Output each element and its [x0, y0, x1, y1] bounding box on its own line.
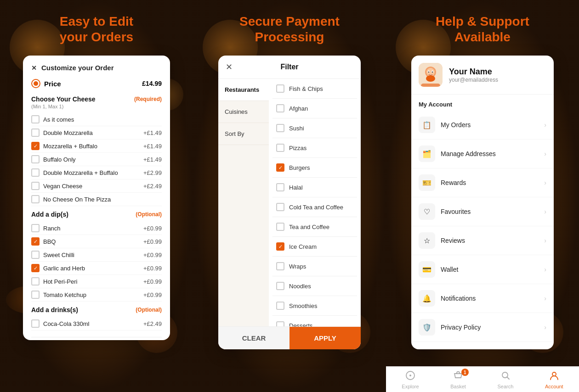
price-row: Price £14.99: [31, 79, 162, 88]
panel2-title: Secure Payment Processing: [239, 14, 340, 45]
user-info: Your Name your@emailaddress: [449, 67, 498, 83]
drinks-title: Add a drinks(s): [31, 306, 78, 314]
checkbox-tea-coffee[interactable]: [276, 223, 284, 231]
svg-point-6: [432, 72, 433, 73]
option-row: Coca-Cola 330ml +£2.49: [31, 317, 162, 330]
filter-close-icon[interactable]: ✕: [226, 62, 233, 72]
panel2-title-plain: Secure: [239, 14, 286, 28]
filter-option-row: Burgers: [272, 158, 357, 178]
option-row: As it comes: [31, 113, 162, 126]
checkbox-smoothies[interactable]: [276, 302, 284, 310]
checkbox-pizzas[interactable]: [276, 144, 284, 152]
menu-item-rewards[interactable]: 🎫 Rewards ›: [411, 168, 554, 197]
filter-footer: CLEAR APPLY: [218, 326, 361, 349]
menu-item-favourites[interactable]: ♡ Favourites ›: [411, 197, 554, 226]
checkbox-sushi[interactable]: [276, 124, 284, 132]
checkbox-bbq[interactable]: [31, 237, 40, 246]
checkbox-no-cheese[interactable]: [31, 195, 40, 203]
rewards-icon: 🎫: [419, 174, 435, 191]
drinks-optional: (Optional): [136, 307, 162, 313]
checkbox-as-it-comes[interactable]: [31, 115, 40, 123]
filter-sidebar-sortby[interactable]: Sort By: [218, 123, 269, 145]
checkbox-fish-chips[interactable]: [276, 84, 284, 93]
dips-optional: (Optional): [136, 211, 162, 218]
checkbox-afghan[interactable]: [276, 104, 284, 112]
checkbox-double-mozz[interactable]: [31, 129, 40, 137]
filter-sidebar-restaurants[interactable]: Restaurants: [218, 79, 269, 101]
nav-explore[interactable]: Explore: [402, 370, 419, 389]
checkbox-garlic-herb[interactable]: [31, 264, 40, 272]
checkbox-buffalo-only[interactable]: [31, 155, 40, 163]
checkbox-vegan[interactable]: [31, 182, 40, 190]
filter-sidebar-cuisines[interactable]: Cuisines: [218, 101, 269, 123]
filter-option-row: Fish & Chips: [272, 79, 357, 99]
svg-point-5: [428, 72, 429, 73]
filter-option-row: Afghan: [272, 99, 357, 118]
nav-account[interactable]: Account: [545, 370, 563, 389]
panel1-title-plain: Easy to: [60, 14, 109, 28]
menu-item-wallet[interactable]: 💳 Wallet ›: [411, 255, 554, 284]
search-icon: [500, 370, 511, 383]
checkbox-ice-cream[interactable]: [276, 242, 284, 251]
order-footer: − 1 + Total: £18.46 SUBMIT: [31, 337, 162, 340]
checkbox-halal[interactable]: [276, 183, 284, 191]
avatar: [419, 63, 443, 87]
checkbox-hot-peri[interactable]: [31, 277, 40, 286]
checkbox-wraps[interactable]: [276, 262, 284, 270]
panel-payment: Secure Payment Processing ✕ Filter Resta…: [193, 0, 386, 392]
filter-options-list: Fish & Chips Afghan Sushi Pizzas: [269, 79, 361, 326]
menu-item-reviews[interactable]: ☆ Reviews ›: [411, 226, 554, 255]
cheese-section-header: Choose Your Cheese (Required) (Min 1, Ma…: [31, 95, 162, 109]
checkbox-desserts[interactable]: [276, 321, 284, 326]
checkbox-ranch[interactable]: [31, 224, 40, 232]
panel3-title-highlight: Available: [454, 30, 511, 44]
checkbox-cola[interactable]: [31, 319, 40, 328]
orders-icon: 📋: [419, 117, 435, 133]
cheese-required: (Required): [134, 96, 162, 102]
option-row: Double Mozzarella +£1.49: [31, 126, 162, 140]
option-row: Mozzarella + Buffalo +£1.49: [31, 140, 162, 153]
filter-apply-button[interactable]: APPLY: [290, 327, 361, 349]
filter-clear-button[interactable]: CLEAR: [218, 327, 290, 349]
chevron-right-icon: ›: [544, 237, 546, 244]
panel2-title-line2: Processing: [255, 30, 324, 44]
option-row: Buffalo Only +£1.49: [31, 153, 162, 166]
filter-sidebar: Restaurants Cuisines Sort By: [218, 79, 269, 326]
checkbox-tomato[interactable]: [31, 291, 40, 299]
user-name: Your Name: [449, 67, 498, 77]
chevron-right-icon: ›: [544, 295, 546, 302]
menu-item-privacy[interactable]: 🛡️ Privacy Policy ›: [411, 313, 554, 342]
menu-label-wallet: Wallet: [441, 266, 544, 273]
order-header-title: Customize your Order: [41, 64, 114, 72]
nav-label-search: Search: [497, 384, 513, 389]
svg-rect-8: [421, 84, 440, 87]
checkbox-noodles[interactable]: [276, 282, 284, 290]
panel-edit-orders: Easy to Edit your Orders ✕ Customize you…: [0, 0, 193, 392]
notifications-icon: 🔔: [419, 290, 435, 307]
menu-item-addresses[interactable]: 🗂️ Manage Addresses ›: [411, 140, 554, 168]
close-icon[interactable]: ✕: [31, 64, 37, 72]
chevron-right-icon: ›: [544, 121, 546, 129]
menu-item-notifications[interactable]: 🔔 Notifications ›: [411, 284, 554, 313]
panel3-title: Help & Support Available: [436, 14, 529, 45]
cheese-subtitle: (Min 1, Max 1): [31, 104, 162, 109]
nav-basket[interactable]: 1 Basket: [450, 370, 466, 389]
checkbox-cold-tea[interactable]: [276, 203, 284, 211]
option-row: Double Mozzarella + Buffalo +£2.99: [31, 166, 162, 179]
svg-point-7: [426, 75, 435, 82]
svg-line-12: [507, 377, 509, 380]
user-email: your@emailaddress: [449, 77, 498, 83]
wallet-icon: 💳: [419, 261, 435, 278]
nav-search[interactable]: Search: [497, 370, 513, 389]
drinks-section-header: Add a drinks(s) (Optional): [31, 306, 162, 314]
my-account-label: My Account: [411, 95, 554, 111]
checkbox-double-mozz-buffalo[interactable]: [31, 168, 40, 177]
option-row: Garlic and Herb +£0.99: [31, 262, 162, 275]
filter-option-row: Smoothies: [272, 296, 357, 316]
option-row: Tomato Ketchup +£0.99: [31, 288, 162, 302]
checkbox-sweet-chilli[interactable]: [31, 251, 40, 259]
checkbox-mozz-buffalo[interactable]: [31, 142, 40, 150]
checkbox-burgers[interactable]: [276, 163, 284, 172]
menu-item-orders[interactable]: 📋 My Orders ›: [411, 111, 554, 140]
radio-circle[interactable]: [31, 79, 40, 88]
